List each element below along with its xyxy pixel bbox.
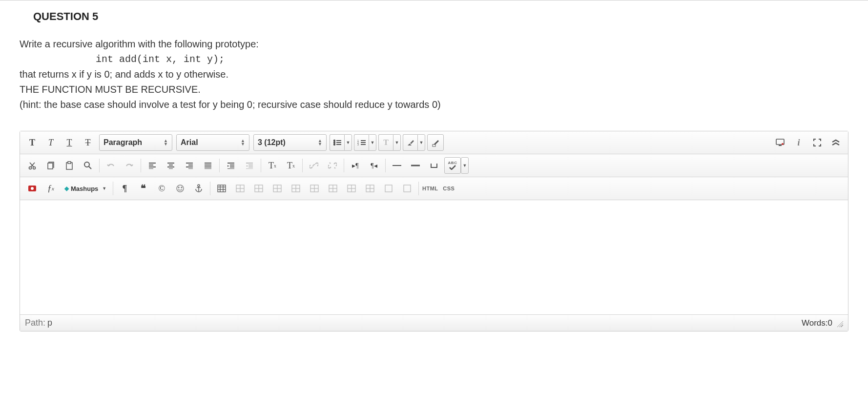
chevron-down-icon: ▼ [344, 134, 352, 151]
abc-label: ABC [448, 161, 457, 165]
question-body: Write a recursive algorithm with the fol… [20, 37, 848, 112]
separator [385, 159, 386, 172]
merge-cells-button[interactable] [343, 180, 360, 197]
svg-rect-18 [48, 163, 53, 169]
subscript-button[interactable]: Tx [283, 157, 299, 174]
toolbar-row-1: T T T T Paragraph ▲▼ Arial ▲▼ 3 (12pt) ▲… [20, 131, 848, 154]
mashups-label: Mashups [71, 185, 98, 192]
resize-grip[interactable] [835, 319, 843, 327]
separator [113, 182, 113, 195]
editor-body [20, 200, 848, 315]
chevron-down-icon: ▼ [393, 134, 401, 151]
css-button[interactable]: CSS [440, 180, 457, 197]
svg-point-2 [333, 142, 334, 143]
delete-row-button[interactable] [306, 180, 323, 197]
table-col-before-button[interactable] [269, 180, 286, 197]
question-line-1: Write a recursive algorithm with the fol… [20, 37, 848, 52]
copy-button[interactable] [42, 157, 59, 174]
svg-point-21 [84, 162, 89, 167]
format-select[interactable]: Paragraph ▲▼ [99, 134, 172, 151]
question-block: QUESTION 5 Write a recursive algorithm w… [0, 0, 868, 117]
status-path: Path:p [25, 318, 52, 328]
redo-button[interactable] [121, 157, 138, 174]
separator [418, 182, 419, 195]
rtl-button[interactable]: ¶◂ [366, 157, 382, 174]
clear-formatting-button[interactable] [427, 134, 444, 151]
anchor-button[interactable] [190, 180, 207, 197]
table-col-after-button[interactable] [288, 180, 304, 197]
table-row-after-button[interactable] [250, 180, 267, 197]
toolbar-row-2: Tx Tx ▸¶ ¶◂ ABC ▼ [20, 154, 848, 177]
align-left-button[interactable] [144, 157, 161, 174]
highlight-icon [403, 134, 417, 151]
link-button[interactable] [306, 157, 322, 174]
toolbar-row-3: ƒx ◆ Mashups ▼ ¶ ❝ © HTML [20, 177, 848, 200]
preview-button[interactable] [772, 134, 788, 151]
path-value: p [47, 318, 52, 328]
number-list-icon: 123 [354, 134, 369, 151]
align-justify-button[interactable] [200, 157, 216, 174]
undo-button[interactable] [103, 157, 119, 174]
svg-point-15 [782, 143, 784, 145]
bullet-list-button[interactable]: ▼ [330, 134, 352, 151]
emoji-button[interactable] [172, 180, 188, 197]
rich-text-editor: T T T T Paragraph ▲▼ Arial ▲▼ 3 (12pt) ▲… [20, 131, 848, 331]
font-size-select[interactable]: 3 (12pt) ▲▼ [253, 134, 327, 151]
split-cells-button[interactable] [362, 180, 378, 197]
strikethrough-button[interactable]: T [80, 134, 96, 151]
copyright-button[interactable]: © [153, 180, 170, 197]
outdent-button[interactable] [241, 157, 258, 174]
superscript-button[interactable]: Tx [264, 157, 281, 174]
bold-button[interactable]: T [24, 134, 41, 151]
quote-button[interactable]: ❝ [135, 180, 151, 197]
underline-button[interactable]: T [61, 134, 78, 151]
fullscreen-button[interactable] [809, 134, 826, 151]
editor-textarea[interactable] [20, 200, 848, 312]
number-list-button[interactable]: 123 ▼ [354, 134, 376, 151]
svg-point-50 [31, 187, 34, 190]
font-family-select[interactable]: Arial ▲▼ [176, 134, 249, 151]
cell-props-button[interactable] [399, 180, 415, 197]
find-button[interactable] [80, 157, 96, 174]
html-button[interactable]: HTML [422, 180, 438, 197]
mashups-icon: ◆ [64, 185, 69, 192]
svg-rect-86 [385, 185, 392, 192]
unlink-button[interactable] [324, 157, 341, 174]
ltr-button[interactable]: ▸¶ [347, 157, 364, 174]
paste-button[interactable] [61, 157, 78, 174]
delete-col-button[interactable] [325, 180, 341, 197]
spellcheck-dropdown[interactable]: ▼ [461, 157, 469, 174]
separator [344, 159, 344, 172]
mashups-button[interactable]: ◆ Mashups ▼ [61, 180, 110, 197]
question-code: int add(int x, int y); [20, 52, 848, 67]
chevron-down-icon: ▼ [417, 134, 425, 151]
equation-button[interactable]: ƒx [42, 180, 59, 197]
css-label: CSS [443, 186, 455, 191]
highlight-color-button[interactable]: ▼ [403, 134, 425, 151]
record-button[interactable] [24, 180, 41, 197]
separator [141, 159, 141, 172]
info-button[interactable]: i [790, 134, 807, 151]
nbsp-button[interactable] [426, 157, 442, 174]
indent-button[interactable] [223, 157, 239, 174]
align-center-button[interactable] [163, 157, 179, 174]
text-color-icon: T [378, 134, 393, 151]
text-color-button[interactable]: T ▼ [378, 134, 401, 151]
svg-point-51 [177, 185, 184, 192]
table-row-before-button[interactable] [232, 180, 248, 197]
spellcheck-button[interactable]: ABC [444, 157, 461, 174]
align-right-button[interactable] [181, 157, 198, 174]
italic-button[interactable]: T [42, 134, 59, 151]
cut-button[interactable] [24, 157, 41, 174]
table-props-button[interactable] [380, 180, 397, 197]
insert-table-button[interactable] [213, 180, 230, 197]
collapse-button[interactable] [827, 134, 844, 151]
long-dash-button[interactable] [407, 157, 424, 174]
question-line-2: that returns x if y is 0; and adds x to … [20, 67, 848, 82]
spinner-icon: ▲▼ [164, 139, 168, 146]
show-invisible-button[interactable]: ¶ [116, 180, 133, 197]
hr-button[interactable] [389, 157, 405, 174]
svg-point-52 [178, 187, 179, 188]
svg-point-53 [181, 187, 182, 188]
spinner-icon: ▲▼ [318, 139, 322, 146]
